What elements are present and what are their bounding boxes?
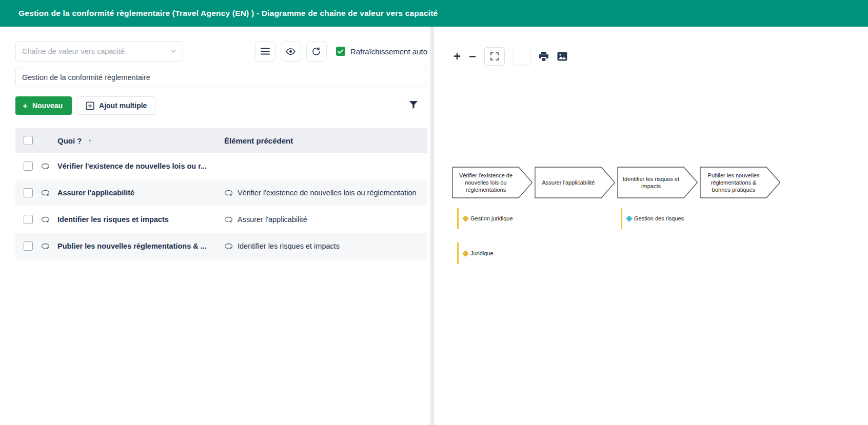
row-predecessor-cell: Assurer l'applicabilité <box>224 215 427 224</box>
value-chain-step[interactable]: Vérifier l'existence de nouvelles lois o… <box>452 167 533 198</box>
row-predecessor-cell: Vérifier l'existence de nouvelles lois o… <box>224 189 427 197</box>
sort-ascending-icon[interactable]: ↑ <box>88 137 92 145</box>
process-loop-icon <box>224 190 233 196</box>
list-panel: Chaîne de valeur vers capacité Rafraî <box>0 27 430 425</box>
row-checkbox[interactable] <box>24 241 33 251</box>
process-loop-icon <box>41 190 50 196</box>
table-row[interactable]: Publier les nouvelles règlementations & … <box>15 233 427 259</box>
check-icon <box>338 49 343 54</box>
table-header-row: Quoi ? ↑ Élément précédent <box>15 128 427 153</box>
capability-item[interactable]: Gestion juridique <box>457 207 513 230</box>
zoom-out-button[interactable]: − <box>469 50 476 63</box>
capability-item[interactable]: Juridique <box>457 242 494 265</box>
capability-label: Gestion juridique <box>470 215 513 221</box>
column-header-what[interactable]: Quoi ? ↑ <box>57 136 224 145</box>
filter-icon <box>409 100 418 109</box>
panel-divider[interactable] <box>430 27 434 425</box>
capability-label: Juridique <box>470 250 494 256</box>
diagram-panel: + − Vérifier l'existence de nouvelles lo… <box>434 27 868 425</box>
capability-bar <box>621 208 622 229</box>
capability-label: Gestion des risques <box>634 215 684 221</box>
refresh-button[interactable] <box>306 41 327 62</box>
auto-refresh-toggle[interactable]: Rafraîchissement auto <box>336 47 427 56</box>
value-chain-step-label: Assurer l'applicabilité <box>537 167 600 198</box>
zoom-in-button[interactable]: + <box>453 50 461 63</box>
plus-icon: + <box>23 102 28 110</box>
process-loop-icon <box>41 163 50 169</box>
table-row[interactable]: Vérifier l'existence de nouvelles lois o… <box>15 153 427 179</box>
view-type-select[interactable]: Chaîne de valeur vers capacité <box>15 41 183 62</box>
app-header: Gestion de la conformité règlementaire (… <box>0 0 868 27</box>
process-loop-icon <box>41 243 50 249</box>
value-chain-step[interactable]: Assurer l'applicabilité <box>535 167 616 198</box>
process-loop-icon <box>224 216 233 222</box>
page-title: Gestion de la conformité règlementaire (… <box>18 9 438 18</box>
select-all-checkbox[interactable] <box>24 136 33 145</box>
printer-icon <box>539 52 549 62</box>
row-checkbox[interactable] <box>24 188 33 197</box>
row-what-label[interactable]: Assurer l'applicabilité <box>57 189 224 197</box>
print-button[interactable] <box>539 52 549 62</box>
process-table: Quoi ? ↑ Élément précédent Vérifier l'ex… <box>15 128 427 259</box>
new-button[interactable]: + Nouveau <box>15 96 72 115</box>
row-checkbox[interactable] <box>24 215 33 224</box>
view-type-select-value: Chaîne de valeur vers capacité <box>22 47 125 55</box>
row-what-label[interactable]: Identifier les risques et impacts <box>57 215 224 224</box>
value-chain-step-label: Publier les nouvelles règlementations & … <box>702 167 765 198</box>
row-predecessor-label: Identifier les risques et impacts <box>238 242 340 250</box>
diagram-name-input[interactable] <box>15 68 427 87</box>
eye-icon <box>285 48 296 55</box>
table-row[interactable]: Identifier les risques et impacts Assure… <box>15 206 427 233</box>
row-predecessor-label: Assurer l'applicabilité <box>238 215 307 224</box>
preview-button[interactable] <box>281 41 301 62</box>
new-button-label: Nouveau <box>32 102 63 110</box>
table-row[interactable]: Assurer l'applicabilité Vérifier l'exist… <box>15 179 427 206</box>
process-loop-icon <box>224 243 233 249</box>
multi-add-button[interactable]: Ajout multiple <box>77 96 155 115</box>
row-predecessor-cell: Identifier les risques et impacts <box>224 242 427 250</box>
row-checkbox[interactable] <box>24 161 33 171</box>
export-image-button[interactable] <box>557 52 567 61</box>
grid-add-icon <box>86 102 94 110</box>
column-header-predecessor[interactable]: Élément précédent <box>224 136 427 145</box>
auto-refresh-checkbox[interactable] <box>336 47 345 56</box>
capability-diamond-icon <box>626 215 633 222</box>
capability-diamond-icon <box>462 215 469 222</box>
auto-refresh-label: Rafraîchissement auto <box>350 47 427 56</box>
process-loop-icon <box>41 216 50 222</box>
row-what-label[interactable]: Publier les nouvelles règlementations & … <box>57 242 224 250</box>
zoom-reset-button[interactable] <box>513 48 530 65</box>
capability-item[interactable]: Gestion des risques <box>621 207 684 230</box>
row-predecessor-label: Vérifier l'existence de nouvelles lois o… <box>238 189 417 197</box>
row-what-label[interactable]: Vérifier l'existence de nouvelles lois o… <box>57 162 224 170</box>
value-chain-step[interactable]: Identifier les risques et impacts <box>617 167 698 198</box>
fit-to-screen-button[interactable] <box>484 47 505 66</box>
capability-bar <box>457 208 459 229</box>
refresh-icon <box>312 47 321 56</box>
list-view-button[interactable] <box>255 41 275 62</box>
list-icon <box>261 48 270 55</box>
fullscreen-icon <box>490 52 499 60</box>
capability-bar <box>457 242 459 264</box>
chevron-down-icon <box>170 48 176 54</box>
image-icon <box>557 52 567 61</box>
capability-diamond-icon <box>462 250 469 257</box>
multi-add-button-label: Ajout multiple <box>99 102 147 110</box>
filter-button[interactable] <box>409 100 418 111</box>
value-chain-step[interactable]: Publier les nouvelles règlementations & … <box>700 167 781 198</box>
value-chain-step-label: Vérifier l'existence de nouvelles lois o… <box>454 167 518 198</box>
diagram-toolbar: + − <box>434 27 868 66</box>
value-chain-step-label: Identifier les risques et impacts <box>619 167 683 198</box>
